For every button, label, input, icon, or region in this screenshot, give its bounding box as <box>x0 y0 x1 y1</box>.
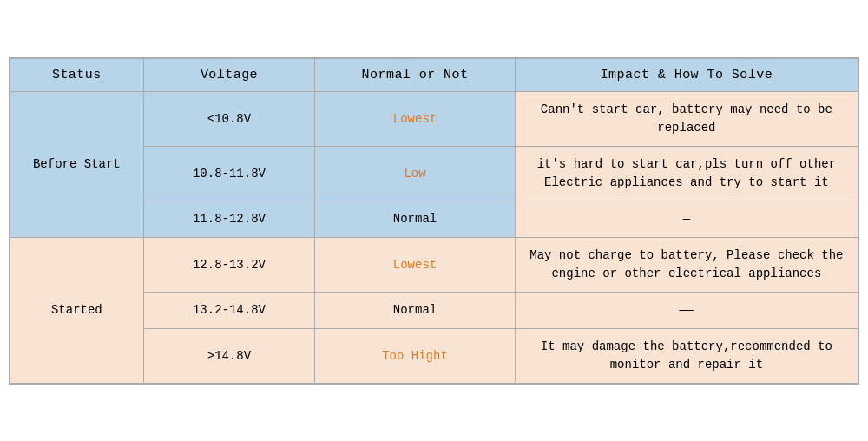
impact-cell: It may damage the battery,recommended to… <box>515 328 858 383</box>
normal-cell: Too Hight <box>315 328 516 383</box>
header-normal-or-not: Normal or Not <box>315 58 516 91</box>
impact-cell: — <box>515 201 858 237</box>
voltage-cell: 13.2-14.8V <box>143 292 315 328</box>
header-voltage: Voltage <box>143 58 315 91</box>
voltage-cell: <10.8V <box>143 91 315 146</box>
voltage-cell: >14.8V <box>143 328 315 383</box>
voltage-cell: 10.8-11.8V <box>143 146 315 201</box>
voltage-cell: 12.8-13.2V <box>143 237 315 292</box>
normal-cell: Normal <box>315 201 516 237</box>
main-table-wrapper: Status Voltage Normal or Not Impact & Ho… <box>9 57 859 385</box>
status-cell: Started <box>10 237 144 383</box>
status-cell: Before Start <box>10 91 144 237</box>
voltage-cell: 11.8-12.8V <box>143 201 315 237</box>
impact-cell: May not charge to battery, Please check … <box>515 237 858 292</box>
impact-cell: Cann't start car, battery may need to be… <box>515 91 858 146</box>
impact-cell: —— <box>515 292 858 328</box>
header-impact: Impact & How To Solve <box>515 58 858 91</box>
normal-cell: Lowest <box>315 91 516 146</box>
normal-cell: Low <box>315 146 516 201</box>
normal-cell: Lowest <box>315 237 516 292</box>
normal-cell: Normal <box>315 292 516 328</box>
impact-cell: it's hard to start car,pls turn off othe… <box>515 146 858 201</box>
header-status: Status <box>10 58 144 91</box>
